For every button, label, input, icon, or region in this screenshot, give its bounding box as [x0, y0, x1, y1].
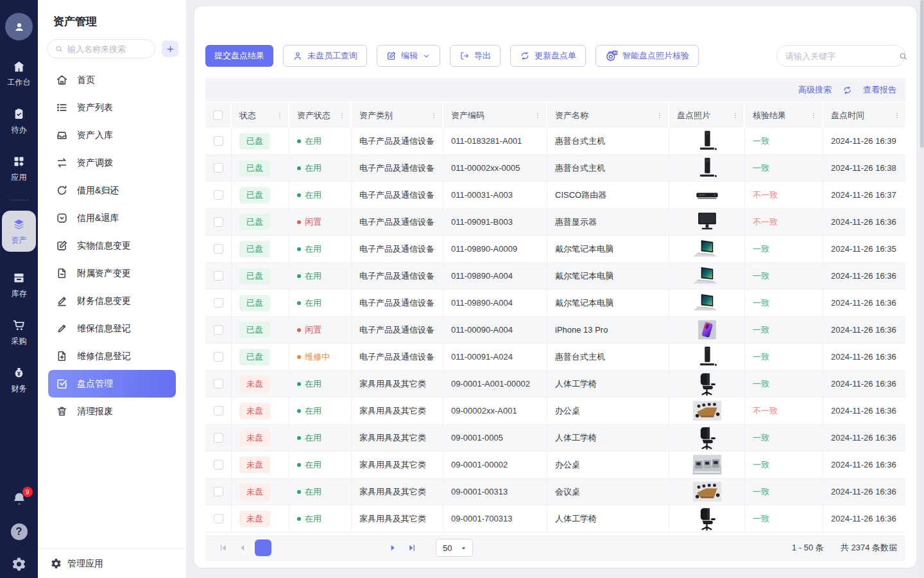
last-page-button[interactable]: [405, 541, 419, 555]
sidebar-menu-item[interactable]: 清理报废: [48, 398, 176, 425]
row-checkbox[interactable]: [214, 217, 223, 227]
toolbar-button[interactable]: 导出: [450, 45, 501, 67]
verify-result: 一致: [753, 459, 769, 471]
sidebar-menu-item[interactable]: 信用&退库: [48, 204, 176, 232]
page-size-select[interactable]: 50: [436, 539, 473, 557]
sidebar-menu-item[interactable]: 资产入库: [48, 121, 176, 149]
row-checkbox[interactable]: [214, 136, 223, 146]
column-menu-icon[interactable]: [893, 111, 902, 120]
column-menu-icon[interactable]: [429, 111, 438, 120]
settings-button[interactable]: [12, 557, 26, 572]
rail-item[interactable]: 财务: [2, 366, 36, 394]
sidebar-menu-item[interactable]: 资产调拨: [48, 149, 176, 177]
submit-inventory-button[interactable]: 提交盘点结果: [205, 45, 273, 67]
chair-photo[interactable]: [690, 426, 724, 450]
status-badge: 已盘: [239, 349, 270, 365]
desktop-tower-photo[interactable]: [690, 129, 724, 153]
sidebar-menu-item[interactable]: 实物信息变更: [48, 232, 176, 259]
row-checkbox[interactable]: [214, 487, 223, 496]
meeting-table-photo[interactable]: [690, 399, 724, 423]
rail-item[interactable]: 库存: [2, 271, 36, 299]
manage-apps-button[interactable]: 管理应用: [38, 548, 186, 578]
desktop-tower-photo[interactable]: [690, 156, 724, 180]
refresh-icon[interactable]: [843, 85, 852, 95]
rail-item[interactable]: 待办: [8, 107, 31, 136]
chair-photo[interactable]: [690, 507, 724, 530]
toolbar-button[interactable]: 更新盘点单: [510, 45, 586, 67]
scrollbar-thumb[interactable]: [920, 0, 924, 148]
row-checkbox[interactable]: [214, 325, 223, 335]
laptop-photo[interactable]: [690, 291, 724, 315]
row-checkbox[interactable]: [214, 460, 223, 469]
iphone-photo[interactable]: [690, 318, 724, 342]
pen-icon: [56, 322, 68, 335]
user-avatar[interactable]: [5, 13, 33, 40]
sidebar-menu-item[interactable]: 财务信息变更: [48, 287, 176, 315]
row-checkbox[interactable]: [214, 352, 223, 362]
row-checkbox[interactable]: [214, 163, 223, 173]
select-all-checkbox[interactable]: [213, 110, 223, 120]
first-page-button[interactable]: [216, 541, 230, 555]
toolbar-button[interactable]: 编辑: [377, 45, 440, 67]
row-checkbox[interactable]: [214, 433, 223, 442]
row-checkbox[interactable]: [214, 298, 223, 308]
chair-photo[interactable]: [690, 372, 724, 396]
meeting-table-photo[interactable]: [690, 480, 724, 504]
page-number[interactable]: [298, 539, 315, 556]
row-checkbox[interactable]: [214, 244, 223, 254]
toolbar-button-label: 未盘员工查询: [307, 50, 357, 62]
rail-item[interactable]: 工作台: [8, 60, 31, 88]
sidebar-menu-item[interactable]: 首页: [48, 66, 176, 94]
column-menu-icon[interactable]: [533, 111, 542, 120]
toolbar-button[interactable]: 未盘员工查询: [283, 45, 367, 67]
page-number[interactable]: [320, 539, 337, 556]
sidebar-search-input[interactable]: [67, 44, 148, 54]
sidebar-menu-item[interactable]: 维保信息登记: [48, 315, 176, 342]
rail-item[interactable]: 资产: [2, 211, 36, 252]
column-menu-icon[interactable]: [338, 111, 346, 120]
laptop-photo[interactable]: [690, 264, 724, 288]
table-row: 未盘 在用 家具用具及其它类 09-0001-00002 办公桌 一致 2024…: [205, 451, 905, 478]
row-checkbox[interactable]: [214, 406, 223, 416]
row-checkbox[interactable]: [214, 514, 223, 523]
help-button[interactable]: ?: [11, 523, 28, 540]
search-icon[interactable]: [898, 51, 908, 61]
page-number[interactable]: [342, 539, 359, 556]
prev-page-button[interactable]: [235, 541, 250, 555]
view-report-link[interactable]: 查看报告: [863, 84, 896, 96]
column-menu-icon[interactable]: [809, 111, 818, 120]
verify-result: 不一致: [753, 189, 778, 201]
menu-item-label: 盘点管理: [77, 378, 113, 390]
row-checkbox[interactable]: [214, 379, 223, 389]
sidebar-menu-item[interactable]: 借用&归还: [48, 177, 176, 204]
monitor-photo[interactable]: [690, 210, 724, 234]
column-menu-icon[interactable]: [275, 111, 284, 120]
notifications-button[interactable]: 9: [12, 491, 27, 507]
scrollbar[interactable]: [920, 0, 924, 578]
rail-item[interactable]: 采购: [2, 319, 36, 347]
page-number[interactable]: [277, 539, 293, 556]
add-button[interactable]: [162, 40, 178, 57]
keyword-search-input[interactable]: [785, 51, 898, 61]
laptop-photo[interactable]: [690, 237, 724, 261]
sidebar-menu-item[interactable]: 盘点管理: [48, 370, 176, 398]
rail-item[interactable]: 应用: [8, 155, 31, 183]
advanced-search-link[interactable]: 高级搜索: [798, 84, 832, 96]
page-number[interactable]: [364, 539, 381, 556]
desktop-tower-photo[interactable]: [690, 345, 724, 369]
next-page-button[interactable]: [386, 541, 400, 555]
column-menu-icon[interactable]: [655, 111, 664, 120]
router-photo[interactable]: [690, 183, 724, 207]
cubicle-photo[interactable]: [690, 453, 724, 477]
nav-rail: 工作台 待办 应用 资产 库存 采购 财务 9 ?: [0, 0, 38, 578]
status-badge: 已盘: [239, 187, 270, 204]
toolbar-button[interactable]: AI 智能盘点照片核验: [595, 45, 699, 67]
row-checkbox[interactable]: [214, 190, 223, 200]
page-number[interactable]: [255, 539, 271, 556]
sidebar-menu-item[interactable]: 附属资产变更: [48, 259, 176, 287]
sidebar-menu-item[interactable]: 资产列表: [48, 94, 176, 121]
sidebar-menu-item[interactable]: 维修信息登记: [48, 342, 176, 370]
home-icon: [12, 60, 26, 73]
row-checkbox[interactable]: [214, 271, 223, 281]
column-menu-icon[interactable]: [731, 111, 740, 120]
